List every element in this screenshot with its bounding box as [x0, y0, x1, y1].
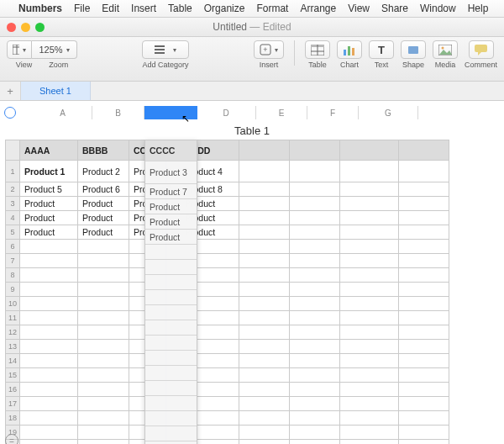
- cell[interactable]: [239, 161, 290, 182]
- cell[interactable]: [239, 368, 290, 383]
- cell[interactable]: [78, 283, 129, 297]
- cell[interactable]: [290, 397, 340, 411]
- cell[interactable]: [78, 325, 129, 340]
- cell[interactable]: [129, 240, 181, 254]
- cell[interactable]: [290, 411, 340, 426]
- cell[interactable]: Product 8: [181, 182, 239, 197]
- cell[interactable]: [181, 397, 239, 411]
- row-header[interactable]: 2: [6, 182, 20, 197]
- cell[interactable]: [399, 140, 449, 161]
- chart-button[interactable]: [337, 40, 362, 59]
- cell[interactable]: [20, 268, 78, 283]
- cell[interactable]: [340, 325, 399, 340]
- spreadsheet-canvas[interactable]: A B C D E F G Table 1 AAAABBBBCCCCDDDD1P…: [0, 101, 504, 444]
- row-header[interactable]: 10: [6, 297, 20, 311]
- shape-button[interactable]: [401, 40, 426, 59]
- menu-arrange[interactable]: Arrange: [300, 3, 336, 14]
- cell[interactable]: [340, 268, 399, 283]
- cell[interactable]: [340, 197, 399, 211]
- menu-window[interactable]: Window: [420, 3, 456, 14]
- cell[interactable]: [239, 225, 290, 240]
- cell[interactable]: [340, 368, 399, 383]
- row-header[interactable]: 6: [6, 240, 20, 254]
- cell[interactable]: [129, 254, 181, 268]
- cell[interactable]: [239, 182, 290, 197]
- cell[interactable]: [129, 383, 181, 397]
- cell[interactable]: [181, 325, 239, 340]
- row-header[interactable]: 14: [6, 354, 20, 368]
- cell[interactable]: [290, 354, 340, 368]
- table-grid[interactable]: AAAABBBBCCCCDDDD1Product 1Product 2Produ…: [5, 140, 449, 444]
- insert-button[interactable]: + ▾: [254, 40, 284, 59]
- cell[interactable]: [290, 325, 340, 340]
- document-name[interactable]: Untitled: [213, 21, 247, 33]
- cell[interactable]: [239, 311, 290, 325]
- cell[interactable]: [181, 440, 239, 445]
- cell[interactable]: [340, 354, 399, 368]
- cell[interactable]: [239, 440, 290, 445]
- cell[interactable]: [340, 283, 399, 297]
- cell[interactable]: [399, 325, 449, 340]
- menubar-app[interactable]: Numbers: [18, 3, 62, 14]
- cell[interactable]: [239, 354, 290, 368]
- cell[interactable]: [399, 368, 449, 383]
- cell[interactable]: [129, 340, 181, 354]
- menu-organize[interactable]: Organize: [204, 3, 245, 14]
- cell[interactable]: [20, 283, 78, 297]
- menu-format[interactable]: Format: [256, 3, 288, 14]
- cell[interactable]: [399, 211, 449, 225]
- cell[interactable]: Product 3: [129, 161, 181, 182]
- cell[interactable]: [340, 426, 399, 440]
- cell[interactable]: [78, 383, 129, 397]
- cell[interactable]: Product 1: [20, 161, 78, 182]
- table-handle[interactable]: [0, 106, 20, 119]
- menu-file[interactable]: File: [74, 3, 90, 14]
- sheet-tab[interactable]: Sheet 1: [21, 82, 91, 100]
- menu-edit[interactable]: Edit: [102, 3, 119, 14]
- cell[interactable]: [399, 254, 449, 268]
- cell[interactable]: [181, 354, 239, 368]
- add-row-handle[interactable]: =: [5, 434, 18, 444]
- cell[interactable]: [239, 283, 290, 297]
- cell[interactable]: [399, 397, 449, 411]
- cell[interactable]: Product: [129, 211, 181, 225]
- cell[interactable]: [290, 368, 340, 383]
- cell[interactable]: [129, 426, 181, 440]
- cell[interactable]: [129, 368, 181, 383]
- cell[interactable]: [129, 283, 181, 297]
- cell[interactable]: [20, 440, 78, 445]
- window-titlebar[interactable]: Untitled — Edited: [0, 18, 504, 37]
- row-header[interactable]: 5: [6, 225, 20, 240]
- cell[interactable]: [239, 340, 290, 354]
- cell[interactable]: [239, 325, 290, 340]
- cell[interactable]: [20, 368, 78, 383]
- row-header[interactable]: 16: [6, 383, 20, 397]
- add-category-button[interactable]: ▾: [142, 40, 189, 59]
- cell[interactable]: [78, 440, 129, 445]
- menubar[interactable]: Numbers File Edit Insert Table Organize …: [0, 0, 504, 18]
- cell[interactable]: [181, 297, 239, 311]
- cell[interactable]: [181, 383, 239, 397]
- cell[interactable]: [20, 383, 78, 397]
- cell[interactable]: [20, 340, 78, 354]
- cell[interactable]: [239, 297, 290, 311]
- cell[interactable]: [399, 311, 449, 325]
- row-header[interactable]: [6, 140, 20, 161]
- row-header[interactable]: 1: [6, 161, 20, 182]
- cell[interactable]: [399, 411, 449, 426]
- row-header[interactable]: 12: [6, 325, 20, 340]
- cell[interactable]: [129, 311, 181, 325]
- cell[interactable]: [239, 397, 290, 411]
- cell[interactable]: [239, 426, 290, 440]
- row-header[interactable]: 15: [6, 368, 20, 383]
- cell[interactable]: [399, 440, 449, 445]
- cell[interactable]: [181, 368, 239, 383]
- cell[interactable]: [78, 297, 129, 311]
- cell[interactable]: [340, 297, 399, 311]
- col-header-G[interactable]: G: [359, 106, 418, 119]
- cell[interactable]: [399, 426, 449, 440]
- cell[interactable]: [20, 311, 78, 325]
- row-header[interactable]: 4: [6, 211, 20, 225]
- cell[interactable]: [340, 182, 399, 197]
- cell[interactable]: BBBB: [78, 140, 129, 161]
